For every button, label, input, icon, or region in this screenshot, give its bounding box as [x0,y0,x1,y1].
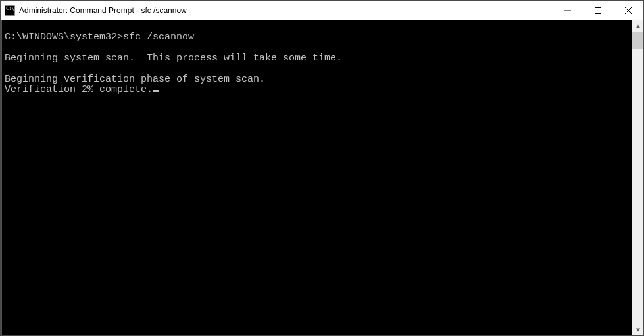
svg-marker-5 [635,328,639,331]
window-title: Administrator: Command Prompt - sfc /sca… [19,6,553,15]
scroll-track[interactable] [632,32,643,324]
output-line: Verification 2% complete. [5,84,153,95]
maximize-button[interactable] [583,1,613,20]
window-controls [553,1,643,20]
close-button[interactable] [613,1,643,20]
cmd-icon: C:\ [5,5,15,16]
typed-command: sfc /scannow [123,32,194,43]
titlebar: C:\ Administrator: Command Prompt - sfc … [1,1,643,20]
minimize-button[interactable] [553,1,583,20]
scroll-down-button[interactable] [632,324,643,335]
vertical-scrollbar[interactable] [632,20,643,335]
prompt-path: C:\WINDOWS\system32> [5,32,123,43]
scroll-thumb[interactable] [632,32,643,49]
scroll-up-button[interactable] [632,20,643,32]
text-cursor [153,90,159,92]
svg-marker-4 [635,24,639,28]
client-area: C:\WINDOWS\system32>sfc /scannowBeginnin… [1,20,643,335]
svg-rect-1 [595,7,601,13]
console-output[interactable]: C:\WINDOWS\system32>sfc /scannowBeginnin… [1,20,632,335]
output-line: Beginning verification phase of system s… [5,74,632,85]
output-line: Beginning system scan. This process will… [5,53,632,64]
